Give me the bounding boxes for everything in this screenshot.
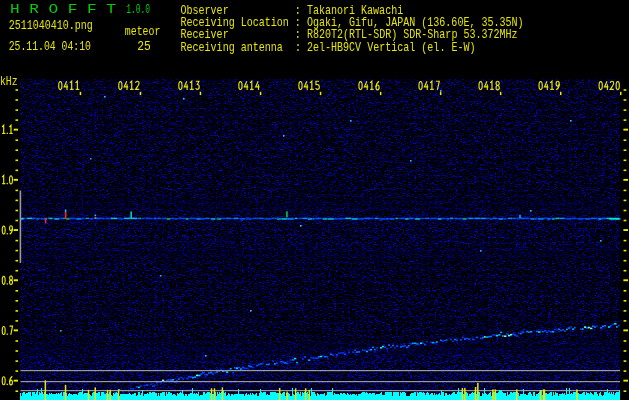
svg-text:25: 25 <box>137 39 151 54</box>
svg-text:1.0.0: 1.0.0 <box>126 2 150 17</box>
svg-text:Receiving antenna : 2el-HB9CV: Receiving antenna : 2el-HB9CV Vertical (… <box>181 40 476 55</box>
svg-text:H R O F F T: H R O F F T <box>10 2 116 17</box>
svg-text:25.11.04 04:10: 25.11.04 04:10 <box>9 39 91 54</box>
svg-text:kHz: kHz <box>0 74 18 89</box>
svg-text:meteor: meteor <box>125 24 161 39</box>
svg-text:2511040410.png: 2511040410.png <box>9 18 93 33</box>
